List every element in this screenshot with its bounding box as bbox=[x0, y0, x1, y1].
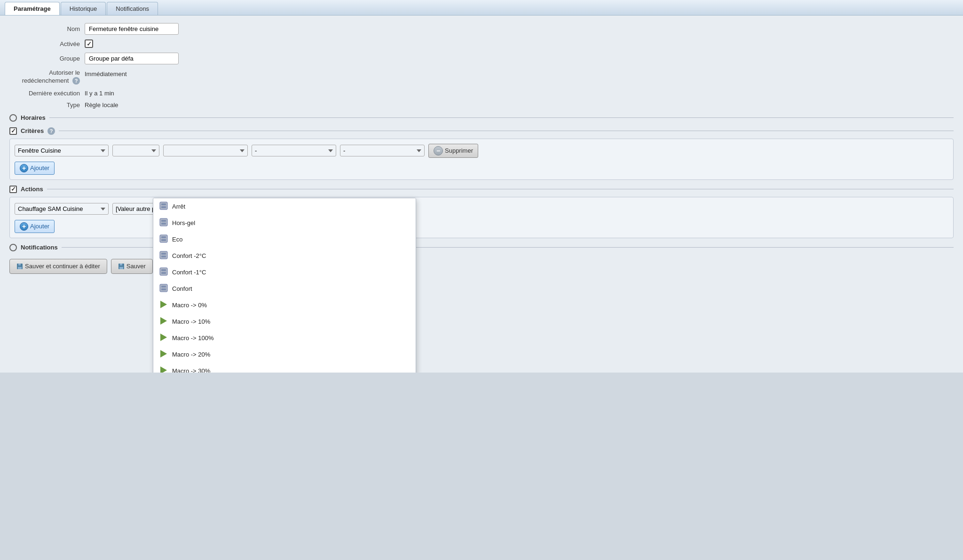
macro-icon bbox=[159, 366, 168, 373]
dropdown-item-label: Hors-gel bbox=[172, 219, 195, 226]
dropdown-item-label: Macro -> 100% bbox=[172, 334, 214, 342]
dropdown-item-confort[interactable]: Confort bbox=[153, 280, 416, 297]
dropdown-item-confort-2[interactable]: Confort -2°C bbox=[153, 248, 416, 264]
svg-rect-16 bbox=[161, 286, 166, 288]
actions-checkbox[interactable] bbox=[9, 186, 17, 193]
form-row-groupe: Groupe bbox=[9, 53, 954, 64]
groupe-input[interactable] bbox=[85, 53, 179, 64]
bottom-buttons: Sauver et continuer à éditer Sauver Annu… bbox=[9, 259, 954, 274]
mode-icon bbox=[159, 250, 168, 261]
horaires-divider bbox=[49, 117, 954, 118]
action-add-icon: + bbox=[20, 222, 28, 231]
svg-rect-10 bbox=[161, 253, 166, 255]
svg-rect-14 bbox=[161, 272, 166, 274]
dropdown-item-label: Arrêt bbox=[172, 203, 185, 210]
criteria-add-icon: + bbox=[20, 164, 28, 172]
action-device-select[interactable]: Chauffage SAM Cuisine bbox=[15, 203, 109, 215]
actions-divider bbox=[47, 189, 954, 189]
main-content: Nom Activée Groupe Autoriser le redéclen… bbox=[0, 16, 963, 373]
criteria-add-button[interactable]: + Ajouter bbox=[15, 162, 55, 175]
nom-label: Nom bbox=[9, 25, 85, 32]
save-continue-floppy-icon bbox=[16, 263, 23, 270]
derniere-value: Il y a 1 min bbox=[85, 90, 114, 97]
dropdown-item-macro-0[interactable]: Macro -> 0% bbox=[153, 297, 416, 313]
activee-label: Activée bbox=[9, 40, 85, 47]
horaires-section-header: Horaires bbox=[9, 114, 954, 122]
macro-icon bbox=[159, 349, 168, 360]
dropdown-item-confort-1[interactable]: Confort -1°C bbox=[153, 264, 416, 280]
dropdown-item-arret[interactable]: Arrêt bbox=[153, 198, 416, 215]
dropdown-popup: Arrêt Hors-gel Eco Confort -2°C Confort … bbox=[153, 198, 416, 373]
notifications-section-header: Notifications bbox=[9, 244, 954, 251]
svg-rect-27 bbox=[18, 267, 22, 269]
dropdown-item-macro-30[interactable]: Macro -> 30% bbox=[153, 363, 416, 373]
criteres-section-header: Critères ? bbox=[9, 127, 954, 135]
actions-title: Actions bbox=[21, 186, 43, 193]
svg-rect-8 bbox=[161, 239, 166, 241]
nom-input[interactable] bbox=[85, 23, 179, 35]
svg-rect-2 bbox=[161, 206, 166, 208]
tab-bar: Paramétrage Historique Notifications bbox=[0, 0, 963, 16]
criteres-checkbox[interactable] bbox=[9, 127, 17, 135]
criteria-value-select-3[interactable]: - bbox=[340, 145, 425, 156]
actions-content: Chauffage SAM Cuisine [Valeur autre péri… bbox=[9, 197, 954, 238]
form-row-derniere: Dernière exécution Il y a 1 min bbox=[9, 90, 954, 97]
criteria-value-select-1[interactable] bbox=[163, 145, 248, 156]
svg-rect-17 bbox=[161, 288, 166, 290]
svg-rect-28 bbox=[18, 264, 21, 265]
type-value: Règle locale bbox=[85, 101, 118, 109]
tab-notifications[interactable]: Notifications bbox=[107, 2, 158, 15]
svg-rect-3 bbox=[160, 218, 167, 226]
criteria-delete-button[interactable]: − Supprimer bbox=[428, 144, 478, 158]
save-button[interactable]: Sauver bbox=[111, 259, 153, 274]
mode-icon bbox=[159, 234, 168, 245]
dropdown-item-eco[interactable]: Eco bbox=[153, 231, 416, 248]
dropdown-item-label: Macro -> 20% bbox=[172, 351, 210, 358]
svg-rect-6 bbox=[160, 235, 167, 242]
tab-parametrage[interactable]: Paramétrage bbox=[5, 2, 60, 15]
autoriser-label: Autoriser le redéclenchement ? bbox=[9, 69, 85, 85]
dropdown-item-label: Macro -> 10% bbox=[172, 318, 210, 325]
horaires-checkbox[interactable] bbox=[9, 114, 17, 122]
criteria-row-1: Fenêtre Cuisine - - − Supprimer bbox=[15, 144, 948, 158]
svg-rect-5 bbox=[161, 223, 166, 225]
notifications-section-title: Notifications bbox=[21, 244, 58, 251]
mode-icon bbox=[159, 283, 168, 294]
save-floppy-icon bbox=[118, 263, 125, 270]
svg-rect-9 bbox=[160, 251, 167, 259]
derniere-label: Dernière exécution bbox=[9, 90, 85, 97]
tab-historique[interactable]: Historique bbox=[61, 2, 106, 15]
dropdown-item-label: Macro -> 30% bbox=[172, 367, 210, 373]
criteria-device-select[interactable]: Fenêtre Cuisine bbox=[15, 145, 109, 156]
activee-checkbox[interactable] bbox=[85, 39, 93, 48]
notifications-section-checkbox[interactable] bbox=[9, 244, 17, 251]
svg-marker-20 bbox=[160, 334, 167, 341]
mode-icon bbox=[159, 267, 168, 278]
dropdown-item-hors-gel[interactable]: Hors-gel bbox=[153, 215, 416, 231]
mode-icon bbox=[159, 218, 168, 228]
svg-marker-22 bbox=[160, 366, 167, 373]
autoriser-help-icon[interactable]: ? bbox=[72, 77, 80, 85]
horaires-title: Horaires bbox=[21, 114, 46, 121]
criteres-help-icon[interactable]: ? bbox=[47, 127, 55, 135]
dropdown-item-label: Confort -1°C bbox=[172, 269, 206, 276]
dropdown-item-label: Confort -2°C bbox=[172, 252, 206, 259]
form-row-nom: Nom bbox=[9, 23, 954, 35]
action-add-button[interactable]: + Ajouter bbox=[15, 220, 55, 233]
save-continue-button[interactable]: Sauver et continuer à éditer bbox=[9, 259, 107, 274]
dropdown-item-macro-10[interactable]: Macro -> 10% bbox=[153, 313, 416, 330]
criteria-delete-icon: − bbox=[434, 146, 443, 156]
criteria-value-select-2[interactable]: - bbox=[252, 145, 336, 156]
criteres-content: Fenêtre Cuisine - - − Supprimer + Ajoute bbox=[9, 139, 954, 180]
autoriser-value: Immédiatement bbox=[85, 70, 127, 78]
criteria-operator-select[interactable] bbox=[112, 145, 159, 156]
form-row-type: Type Règle locale bbox=[9, 101, 954, 109]
svg-rect-15 bbox=[160, 284, 167, 292]
dropdown-item-macro-20[interactable]: Macro -> 20% bbox=[153, 346, 416, 363]
dropdown-item-macro-100[interactable]: Macro -> 100% bbox=[153, 330, 416, 346]
criteres-divider bbox=[59, 131, 954, 131]
form-row-activee: Activée bbox=[9, 39, 954, 48]
groupe-label: Groupe bbox=[9, 55, 85, 62]
macro-icon bbox=[159, 333, 168, 343]
svg-rect-31 bbox=[120, 264, 122, 265]
